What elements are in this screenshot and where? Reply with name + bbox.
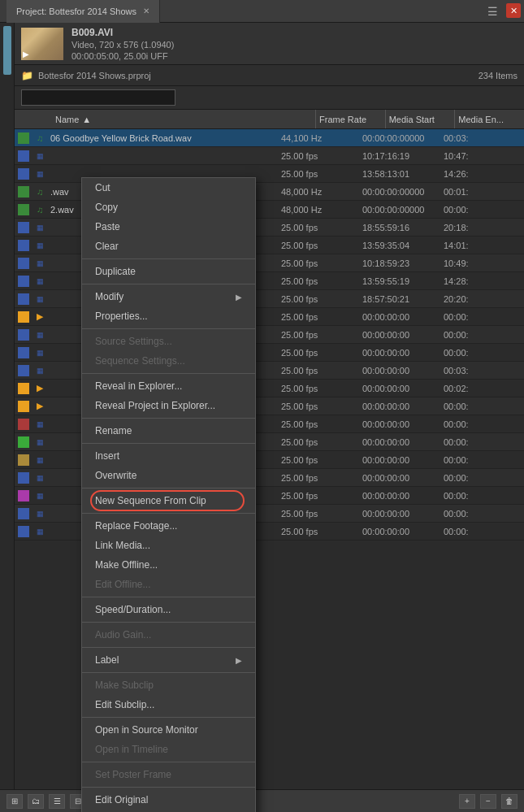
menu-item-reveal-project[interactable]: Reveal Project in Explorer...: [82, 396, 255, 415]
menu-item-speed-duration[interactable]: Speed/Duration...: [82, 600, 255, 619]
file-color-indicator: [18, 508, 29, 519]
tab-strip: Project: Bottesfor 2014 Shows ✕: [6, 0, 160, 23]
file-mediastart: 13:58:13:01: [359, 169, 440, 179]
folder-button[interactable]: 🗂: [28, 794, 44, 809]
file-framerate: 25.00 fps: [278, 384, 359, 393]
file-color-indicator: [18, 454, 29, 466]
menu-item-label: Make Subclip: [95, 680, 154, 691]
menu-item-make-subclip: Make Subclip: [82, 675, 255, 695]
file-framerate: 48,000 Hz: [278, 187, 359, 197]
menu-item-label: Sequence Settings...: [95, 355, 185, 367]
file-framerate: 25.00 fps: [278, 419, 359, 429]
video-icon: ▦: [32, 508, 47, 519]
menu-item-label: Speed/Duration...: [95, 604, 171, 615]
menu-item-paste[interactable]: Paste: [82, 217, 255, 237]
file-framerate: 25.00 fps: [278, 527, 359, 536]
project-tab[interactable]: Project: Bottesfor 2014 Shows ✕: [6, 0, 160, 23]
video-icon: ▦: [32, 365, 47, 376]
menu-item-cut[interactable]: Cut: [82, 178, 255, 198]
menu-item-label: Insert: [95, 450, 119, 462]
menu-item-label: Label: [95, 654, 119, 666]
tab-close-icon[interactable]: ✕: [143, 7, 149, 15]
file-mediaend: 00:00:: [440, 330, 522, 340]
file-color-indicator: [18, 168, 29, 180]
file-mediastart: 00:00:00:00000: [359, 133, 440, 143]
delete-button[interactable]: 🗑: [501, 794, 518, 809]
file-color-indicator: [18, 240, 29, 251]
new-item-button[interactable]: ⊞: [6, 794, 23, 809]
menu-item-label: Modify: [95, 291, 123, 302]
menu-item-make-offline[interactable]: Make Offline...: [82, 555, 255, 575]
col-header-mediaend[interactable]: Media En...: [454, 110, 524, 128]
video-icon: ▦: [32, 222, 47, 233]
menu-item-edit-subclip[interactable]: Edit Subclip...: [82, 695, 255, 714]
col-header-name[interactable]: Name ▲: [15, 115, 315, 124]
zoom-out-button[interactable]: −: [480, 794, 496, 809]
clip-header: ▶ B009.AVI Video, 720 x 576 (1.0940) 00:…: [15, 23, 524, 65]
menu-item-clear[interactable]: Clear: [82, 237, 255, 256]
menu-item-sequence-settings: Sequence Settings...: [82, 351, 255, 371]
menu-item-modify[interactable]: Modify▶: [82, 287, 255, 306]
menu-separator: [82, 284, 255, 284]
col-header-mediastart[interactable]: Media Start: [385, 110, 455, 128]
video-icon: ▦: [32, 347, 47, 358]
menu-item-rename[interactable]: Rename: [82, 421, 255, 441]
col-header-framerate[interactable]: Frame Rate: [315, 110, 385, 128]
bottom-toolbar: ⊞ 🗂 ☰ ⊟ ⊞ 🔍 + − 🗑: [0, 789, 524, 812]
menu-item-overwrite[interactable]: Overwrite: [82, 466, 255, 485]
file-framerate: 25.00 fps: [278, 366, 359, 376]
menu-item-link-media[interactable]: Link Media...: [82, 536, 255, 555]
menu-item-insert[interactable]: Insert: [82, 446, 255, 466]
zoom-in-button[interactable]: +: [459, 794, 475, 809]
menu-item-copy[interactable]: Copy: [82, 198, 255, 217]
context-menu: CutCopyPasteClearDuplicateModify▶Propert…: [81, 177, 256, 812]
file-color-indicator: [18, 383, 29, 394]
file-mediaend: 00:00:: [440, 437, 522, 447]
menu-item-label: Link Media...: [95, 540, 150, 551]
file-mediastart: 00:00:00:00: [359, 527, 440, 536]
file-mediaend: 10:49:: [440, 258, 522, 268]
menu-separator: [82, 488, 255, 489]
menu-item-open-source-monitor[interactable]: Open in Source Monitor: [82, 720, 255, 740]
menu-item-edit-original[interactable]: Edit Original: [82, 790, 255, 810]
menu-item-label: Rename: [95, 425, 132, 436]
audio-icon: ♫: [32, 132, 47, 144]
search-input[interactable]: [21, 89, 175, 106]
menu-item-label[interactable]: Label▶: [82, 650, 255, 670]
file-mediaend: 00:00:: [440, 402, 522, 411]
menu-item-new-sequence[interactable]: New Sequence From Clip: [82, 491, 255, 510]
file-mediastart: 00:00:00:00: [359, 455, 440, 465]
menu-item-reveal-explorer[interactable]: Reveal in Explorer...: [82, 376, 255, 396]
file-mediaend: 00:00:: [440, 419, 522, 429]
window-close-button[interactable]: ✕: [506, 3, 521, 18]
file-color-indicator: [18, 222, 29, 233]
file-mediastart: 00:00:00:00: [359, 437, 440, 447]
column-headers: Name ▲ Frame Rate Media Start Media En..…: [15, 110, 524, 129]
menu-item-replace-footage[interactable]: Replace Footage...: [82, 516, 255, 536]
file-mediastart: 00:00:00:00: [359, 330, 440, 340]
menu-item-label: Open in Source Monitor: [95, 724, 198, 736]
table-row[interactable]: ♫06 Goodbye Yellow Brick Road.wav44,100 …: [15, 129, 524, 147]
menu-item-label: Make Offline...: [95, 559, 158, 571]
menu-item-label: Copy: [95, 202, 118, 213]
panel-menu-icon[interactable]: ☰: [487, 5, 498, 18]
clip-info: B009.AVI Video, 720 x 576 (1.0940) 00:00…: [71, 27, 518, 61]
file-color-indicator: [18, 526, 29, 537]
table-row[interactable]: ▦25.00 fps10:17:16:1910:47:: [15, 147, 524, 165]
menu-separator: [82, 647, 255, 648]
menu-item-label: Source Settings...: [95, 336, 172, 347]
menu-separator: [82, 762, 255, 762]
menu-item-properties[interactable]: Properties...: [82, 306, 255, 326]
menu-item-label: Paste: [95, 221, 120, 232]
menu-item-duplicate[interactable]: Duplicate: [82, 262, 255, 281]
file-mediastart: 10:17:16:19: [359, 151, 440, 161]
file-color-indicator: [18, 347, 29, 358]
menu-separator: [82, 443, 255, 444]
menu-item-label: Cut: [95, 182, 110, 193]
play-icon: ▶: [23, 50, 29, 59]
file-color-indicator: [18, 311, 29, 323]
file-color-indicator: [18, 204, 29, 215]
menu-item-set-poster-frame: Set Poster Frame: [82, 765, 255, 784]
file-framerate: 25.00 fps: [278, 223, 359, 232]
list-button[interactable]: ☰: [49, 794, 65, 809]
